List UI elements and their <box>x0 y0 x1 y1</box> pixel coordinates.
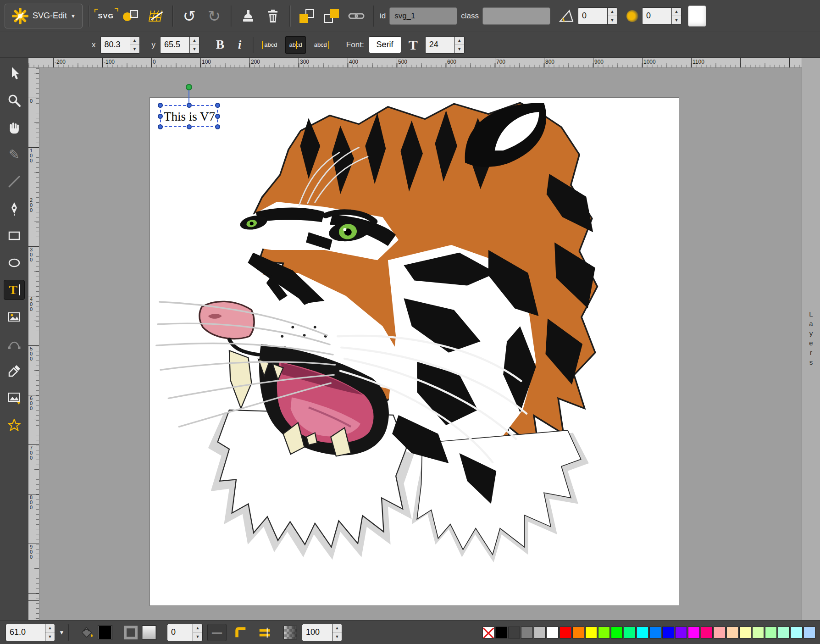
x-input[interactable]: 80.3 <box>100 36 130 54</box>
make-link-button[interactable] <box>346 6 367 27</box>
stroke-linecap-button[interactable] <box>255 623 274 642</box>
palette-swatch[interactable] <box>598 627 610 638</box>
element-class-input[interactable] <box>482 7 550 25</box>
tool-zoom[interactable] <box>4 90 25 111</box>
palette-swatch[interactable] <box>752 627 764 638</box>
tool-line[interactable] <box>4 172 25 192</box>
palette-swatch[interactable] <box>688 627 700 638</box>
angle-increment-button[interactable]: ▲ <box>608 8 617 17</box>
tool-eyedropper[interactable] <box>4 361 25 381</box>
font-size-input[interactable]: 24 <box>425 36 454 54</box>
stroke-linejoin-button[interactable] <box>231 623 250 642</box>
tool-pan[interactable] <box>4 117 25 138</box>
x-increment-button[interactable]: ▲ <box>130 37 139 45</box>
layers-panel-toggle[interactable]: Layers <box>802 58 820 620</box>
palette-swatch[interactable] <box>637 627 648 638</box>
tool-select[interactable] <box>4 63 25 83</box>
stroke-width-input[interactable]: 0 <box>167 624 193 641</box>
stroke-width-decrement-button[interactable]: ▼ <box>193 633 202 641</box>
palette-swatch[interactable] <box>778 627 790 638</box>
palette-swatch[interactable] <box>534 627 546 638</box>
palette-swatch[interactable] <box>611 627 623 638</box>
y-increment-button[interactable]: ▲ <box>190 37 199 45</box>
stroke-width-increment-button[interactable]: ▲ <box>193 624 202 633</box>
tool-import-image[interactable] <box>4 388 25 408</box>
palette-swatch[interactable] <box>521 627 533 638</box>
zoom-dropdown-button[interactable]: ▼ <box>55 624 69 641</box>
palette-swatch[interactable] <box>765 627 777 638</box>
palette-swatch[interactable] <box>675 627 687 638</box>
tool-shape-library[interactable] <box>4 415 25 435</box>
angle-input[interactable]: 0 <box>578 7 607 25</box>
text-anchor-start-button[interactable]: abcd <box>260 36 281 54</box>
main-menu-button[interactable]: SVG-Edit ▼ <box>5 4 83 28</box>
italic-button[interactable]: i <box>233 37 246 53</box>
palette-swatch[interactable] <box>649 627 661 638</box>
stroke-dash-button[interactable]: — <box>207 624 227 641</box>
y-decrement-button[interactable]: ▼ <box>190 45 199 53</box>
move-to-bottom-button[interactable] <box>296 6 317 27</box>
fill-color-swatch[interactable] <box>98 626 112 639</box>
undo-button[interactable]: ↺ <box>179 6 200 27</box>
palette-swatch[interactable] <box>791 627 803 638</box>
move-to-top-button[interactable] <box>321 6 342 27</box>
document-properties-button[interactable] <box>120 6 141 27</box>
tool-path[interactable] <box>4 199 25 219</box>
resize-handle-ne[interactable] <box>215 103 220 108</box>
resize-handle-nw[interactable] <box>158 103 163 108</box>
tool-pencil[interactable]: ✎ <box>4 144 25 165</box>
palette-swatch[interactable] <box>495 627 507 638</box>
palette-swatch[interactable] <box>714 627 726 638</box>
svg-canvas[interactable]: This is V7 <box>150 98 679 605</box>
blur-increment-button[interactable]: ▲ <box>672 8 681 17</box>
font-family-button[interactable]: Serif <box>369 36 401 53</box>
blur-decrement-button[interactable]: ▼ <box>672 16 681 24</box>
delete-button[interactable] <box>262 6 283 27</box>
redo-button[interactable]: ↻ <box>204 6 225 27</box>
text-anchor-middle-button[interactable]: abcd <box>285 36 305 54</box>
font-size-decrement-button[interactable]: ▼ <box>455 45 464 53</box>
bold-button[interactable]: B <box>211 37 229 53</box>
palette-swatch[interactable] <box>803 627 815 638</box>
palette-swatch[interactable] <box>624 627 636 638</box>
palette-swatch[interactable] <box>726 627 738 638</box>
tool-text[interactable]: T <box>4 280 25 300</box>
background-color-swatch[interactable] <box>688 6 706 27</box>
tool-rectangle[interactable] <box>4 226 25 246</box>
resize-handle-w[interactable] <box>158 114 163 119</box>
resize-handle-sw[interactable] <box>158 124 163 129</box>
stroke-color-swatch[interactable] <box>142 626 156 639</box>
opacity-increment-button[interactable]: ▲ <box>332 624 342 633</box>
palette-swatch[interactable] <box>662 627 674 638</box>
palette-swatch[interactable] <box>701 627 713 638</box>
palette-swatch[interactable] <box>585 627 597 638</box>
blur-input[interactable]: 0 <box>642 7 671 25</box>
resize-handle-e[interactable] <box>215 114 220 119</box>
angle-decrement-button[interactable]: ▼ <box>608 16 617 24</box>
palette-swatch[interactable] <box>547 627 559 638</box>
resize-handle-s[interactable] <box>187 124 192 129</box>
font-size-increment-button[interactable]: ▲ <box>455 37 464 45</box>
tool-ellipse[interactable] <box>4 253 25 273</box>
clone-button[interactable] <box>238 6 259 27</box>
opacity-input[interactable]: 100 <box>302 624 332 641</box>
rotate-handle-icon[interactable] <box>186 84 192 90</box>
resize-handle-se[interactable] <box>215 124 220 129</box>
opacity-decrement-button[interactable]: ▼ <box>332 633 342 641</box>
x-decrement-button[interactable]: ▼ <box>130 45 139 53</box>
zoom-input[interactable]: 61.0 <box>6 624 45 641</box>
tool-image[interactable] <box>4 307 25 327</box>
workarea[interactable]: -200-10001002003004005006007008009001000… <box>28 58 802 620</box>
text-anchor-end-button[interactable]: abcd <box>310 36 331 54</box>
element-id-input[interactable]: svg_1 <box>389 7 457 25</box>
tiger-drawing[interactable] <box>150 98 679 605</box>
source-editor-button[interactable]: SVG <box>95 6 116 27</box>
tool-path-edit[interactable] <box>4 334 25 354</box>
palette-swatch[interactable] <box>739 627 751 638</box>
palette-swatch[interactable] <box>572 627 584 638</box>
zoom-decrement-button[interactable]: ▼ <box>45 633 55 641</box>
palette-swatch[interactable] <box>560 627 571 638</box>
palette-swatch-none[interactable] <box>482 627 494 638</box>
y-input[interactable]: 65.5 <box>160 36 189 54</box>
zoom-increment-button[interactable]: ▲ <box>45 624 55 633</box>
